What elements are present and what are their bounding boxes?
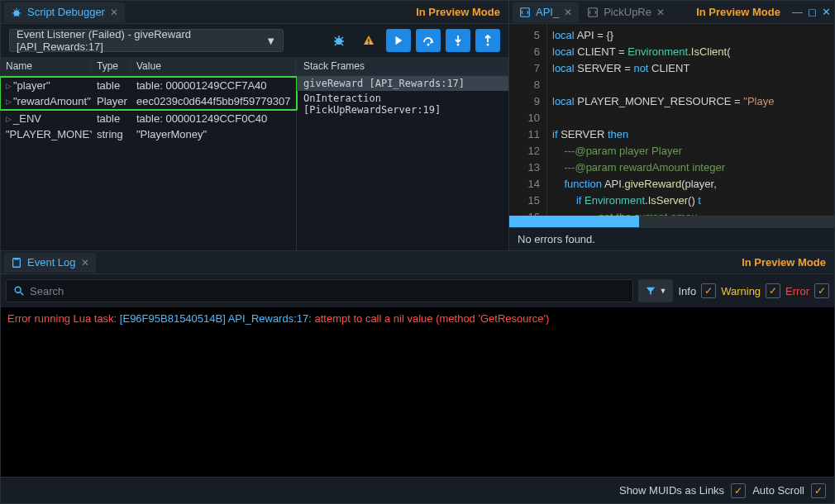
- svg-point-0: [14, 10, 20, 16]
- col-value-header[interactable]: Value: [131, 57, 296, 75]
- svg-line-4: [14, 9, 16, 11]
- close-icon[interactable]: ✕: [110, 7, 118, 18]
- filter-button[interactable]: ▼: [638, 279, 674, 302]
- svg-line-14: [335, 44, 336, 45]
- stack-frames-panel: Stack Frames giveReward [API_Rewards:17]…: [297, 57, 508, 250]
- svg-line-6: [14, 15, 16, 17]
- warning-button[interactable]: [356, 29, 381, 52]
- show-muids-label: Show MUIDs as Links: [619, 484, 724, 497]
- step-out-button[interactable]: [475, 29, 500, 52]
- col-name-header[interactable]: Name: [1, 57, 92, 75]
- chevron-down-icon: ▼: [660, 287, 667, 295]
- bug-icon: [11, 7, 22, 18]
- level-warning-label: Warning: [721, 285, 761, 297]
- close-icon[interactable]: ✕: [564, 7, 572, 18]
- error-line: Error running Lua task: [E96F95B81540514…: [7, 312, 828, 325]
- svg-point-19: [457, 44, 460, 46]
- info-checkbox[interactable]: ✓: [701, 283, 716, 298]
- maximize-icon[interactable]: ◻: [808, 6, 817, 18]
- warning-checkbox[interactable]: ✓: [766, 283, 780, 298]
- stack-frame[interactable]: OnInteraction [PickUpRewardServer:19]: [297, 91, 508, 117]
- dropdown-label: Event Listener (Failed) - giveReward [AP…: [17, 28, 265, 53]
- event-listener-dropdown[interactable]: Event Listener (Failed) - giveReward [AP…: [9, 29, 284, 52]
- clipboard-icon: [11, 257, 22, 269]
- editor-tabrow: API_✕PickUpRe✕ In Preview Mode — ◻ ✕: [509, 1, 834, 24]
- svg-point-18: [427, 44, 430, 46]
- tab-label: Event Log: [27, 256, 76, 269]
- variables-table: Name Type Value ▷"player"tabletable: 000…: [1, 57, 297, 250]
- tab-label: Script Debugger: [27, 6, 105, 18]
- debugger-toolbar: Event Listener (Failed) - giveReward [AP…: [1, 24, 508, 57]
- col-type-header[interactable]: Type: [92, 57, 131, 75]
- script-icon: [519, 7, 531, 18]
- close-icon[interactable]: ✕: [822, 6, 831, 18]
- editor-tab[interactable]: API_✕: [513, 2, 579, 22]
- svg-rect-24: [14, 257, 18, 259]
- step-over-button[interactable]: [416, 29, 441, 52]
- autoscroll-label: Auto Scroll: [752, 484, 804, 497]
- editor-status: No errors found.: [509, 227, 834, 250]
- svg-line-15: [341, 44, 343, 45]
- tab-event-log[interactable]: Event Log ✕: [4, 253, 96, 273]
- svg-line-13: [341, 37, 343, 39]
- svg-rect-16: [368, 39, 369, 42]
- search-icon: [13, 285, 25, 297]
- event-log-panel: Event Log ✕ In Preview Mode Search ▼ Inf…: [0, 251, 835, 504]
- svg-point-20: [487, 44, 489, 46]
- code-area[interactable]: 567891011121314151617 local API = {}loca…: [509, 24, 834, 216]
- console-output[interactable]: Error running Lua task: [E96F95B81540514…: [1, 307, 834, 477]
- svg-point-25: [15, 287, 21, 292]
- svg-point-8: [336, 38, 342, 45]
- close-icon[interactable]: ✕: [656, 7, 665, 18]
- search-input[interactable]: Search: [6, 279, 633, 302]
- line-gutter: 567891011121314151617: [509, 24, 547, 216]
- horizontal-scrollbar[interactable]: [509, 216, 834, 227]
- stack-header: Stack Frames: [297, 57, 508, 76]
- muids-checkbox[interactable]: ✓: [731, 483, 746, 498]
- script-debugger-panel: Script Debugger ✕ In Preview Mode Event …: [0, 0, 509, 251]
- eventlog-tabrow: Event Log ✕ In Preview Mode: [1, 251, 834, 274]
- play-button[interactable]: [386, 29, 411, 52]
- step-into-button[interactable]: [446, 29, 470, 52]
- level-info-label: Info: [678, 285, 696, 297]
- code-editor-panel: API_✕PickUpRe✕ In Preview Mode — ◻ ✕ 567…: [509, 0, 835, 251]
- level-error-label: Error: [785, 285, 809, 297]
- svg-line-7: [18, 15, 20, 17]
- editor-tab[interactable]: PickUpRe✕: [580, 2, 671, 22]
- search-placeholder: Search: [30, 285, 64, 297]
- variable-row[interactable]: "PLAYER_MONEY_string"PlayerMoney": [1, 126, 296, 142]
- preview-mode-label: In Preview Mode: [742, 256, 826, 269]
- script-icon: [587, 7, 599, 18]
- svg-line-12: [335, 37, 336, 39]
- close-icon[interactable]: ✕: [81, 257, 89, 269]
- svg-line-5: [18, 9, 20, 11]
- eventlog-footer: Show MUIDs as Links ✓ Auto Scroll ✓: [1, 477, 834, 503]
- preview-mode-label: In Preview Mode: [696, 6, 780, 18]
- tab-script-debugger[interactable]: Script Debugger ✕: [4, 2, 125, 22]
- svg-rect-17: [368, 43, 369, 44]
- stack-frame[interactable]: giveReward [API_Rewards:17]: [297, 76, 508, 91]
- preview-mode-label: In Preview Mode: [416, 6, 500, 18]
- variable-row[interactable]: ▷"player"tabletable: 000001249CCF7A40: [1, 78, 296, 93]
- debugger-tabrow: Script Debugger ✕ In Preview Mode: [1, 1, 508, 24]
- error-checkbox[interactable]: ✓: [814, 283, 829, 298]
- chevron-down-icon: ▼: [265, 35, 276, 47]
- minimize-icon[interactable]: —: [792, 6, 803, 18]
- autoscroll-checkbox[interactable]: ✓: [811, 483, 826, 498]
- variable-row[interactable]: ▷_ENVtabletable: 000001249CCF0C40: [1, 111, 296, 126]
- variable-row[interactable]: ▷"rewardAmount"Playereec0239c0d644f5bb9f…: [1, 93, 296, 109]
- funnel-icon: [645, 285, 656, 297]
- bug-button[interactable]: [327, 29, 351, 52]
- svg-line-26: [21, 292, 24, 296]
